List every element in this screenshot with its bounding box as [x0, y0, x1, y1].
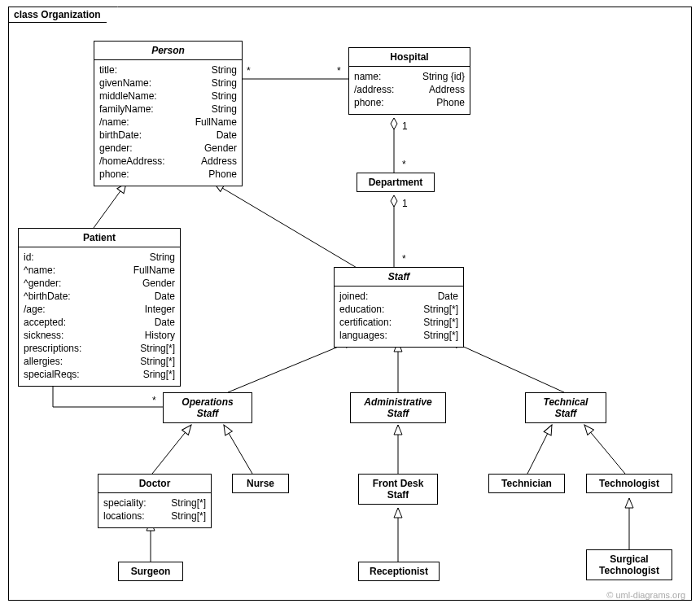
class-hospital-attrs: name:String {id}/address:Addressphone:Ph… — [349, 67, 470, 114]
attribute-row: /address:Address — [354, 83, 465, 96]
class-doctor: Doctor speciality:String[*]locations:Str… — [98, 474, 212, 528]
attribute-row: education:String[*] — [339, 303, 458, 316]
attribute-row: givenName:String — [99, 77, 237, 90]
class-surgtech-name1: Surgical — [587, 550, 672, 565]
attribute-row: certification:String[*] — [339, 316, 458, 329]
attribute-row: /age:Integer — [24, 303, 175, 316]
class-operations-staff: Operations Staff — [163, 392, 252, 423]
class-operations-staff-name2: Staff — [164, 408, 252, 422]
class-department-name: Department — [357, 173, 434, 191]
class-administrative-staff-name2: Staff — [351, 408, 445, 422]
mult-hospital-dept-star: * — [401, 159, 407, 170]
attribute-row: ^birthDate:Date — [24, 290, 175, 303]
attribute-row: speciality:String[*] — [103, 496, 206, 510]
mult-person-hospital: * — [246, 65, 252, 77]
class-surgical-technologist: Surgical Technologist — [586, 549, 672, 580]
class-patient-name: Patient — [19, 229, 180, 247]
attribute-row: /name:FullName — [99, 116, 237, 129]
mult-hospital-person: * — [336, 65, 342, 77]
attribute-row: familyName:String — [99, 103, 237, 116]
attribute-row: ^gender:Gender — [24, 277, 175, 290]
class-department: Department — [357, 173, 435, 192]
class-technician-name: Technician — [489, 475, 564, 492]
class-hospital-name: Hospital — [349, 48, 470, 67]
class-technician: Technician — [488, 474, 565, 493]
attribute-row: locations:String[*] — [103, 510, 206, 523]
watermark: © uml-diagrams.org — [606, 590, 685, 600]
class-technical-staff: Technical Staff — [525, 392, 606, 423]
class-technical-staff-name1: Technical — [526, 393, 606, 408]
class-front-desk-name2: Staff — [359, 489, 437, 504]
class-technologist: Technologist — [586, 474, 672, 493]
attribute-row: /homeAddress:Address — [99, 155, 237, 168]
class-doctor-attrs: speciality:String[*]locations:String[*] — [98, 493, 211, 527]
class-technical-staff-name2: Staff — [526, 408, 606, 422]
attribute-row: phone:Phone — [99, 168, 237, 181]
attribute-row: birthDate:Date — [99, 129, 237, 142]
class-administrative-staff: Administrative Staff — [350, 392, 446, 423]
mult-patient-ops-2: * — [151, 395, 157, 406]
attribute-row: accepted:Date — [24, 316, 175, 329]
attribute-row: phone:Phone — [354, 96, 465, 109]
class-staff-attrs: joined:Dateeducation:String[*]certificat… — [335, 287, 463, 347]
attribute-row: allergies:String[*] — [24, 355, 175, 368]
class-surgtech-name2: Technologist — [587, 565, 672, 580]
class-front-desk-name1: Front Desk — [359, 475, 437, 489]
class-nurse-name: Nurse — [233, 475, 288, 492]
class-person-name: Person — [94, 42, 242, 60]
class-doctor-name: Doctor — [98, 475, 211, 493]
attribute-row: id:String — [24, 251, 175, 264]
mult-hospital-dept-1: 1 — [401, 120, 409, 132]
class-person-attrs: title:StringgivenName:StringmiddleName:S… — [94, 60, 242, 186]
attribute-row: middleName:String — [99, 90, 237, 103]
mult-dept-staff-1: 1 — [401, 198, 409, 209]
class-receptionist-name: Receptionist — [359, 562, 439, 580]
package-label: class Organization — [8, 7, 118, 23]
class-technologist-name: Technologist — [587, 475, 672, 492]
attribute-row: name:String {id} — [354, 70, 465, 83]
class-patient: Patient id:String^name:FullName^gender:G… — [18, 228, 181, 387]
attribute-row: ^name:FullName — [24, 264, 175, 277]
class-person: Person title:StringgivenName:Stringmiddl… — [94, 41, 243, 186]
class-patient-attrs: id:String^name:FullName^gender:Gender^bi… — [19, 247, 180, 386]
class-staff-name: Staff — [335, 268, 463, 287]
diagram-frame: class Organization — [0, 0, 700, 608]
class-surgeon: Surgeon — [118, 562, 183, 581]
class-nurse: Nurse — [232, 474, 289, 493]
attribute-row: joined:Date — [339, 290, 458, 303]
attribute-row: sickness:History — [24, 329, 175, 342]
attribute-row: title:String — [99, 63, 237, 77]
class-administrative-staff-name1: Administrative — [351, 393, 445, 408]
attribute-row: prescriptions:String[*] — [24, 342, 175, 355]
class-front-desk-staff: Front Desk Staff — [358, 474, 438, 505]
attribute-row: specialReqs:Sring[*] — [24, 368, 175, 381]
class-surgeon-name: Surgeon — [119, 562, 182, 580]
attribute-row: languages:String[*] — [339, 329, 458, 342]
class-operations-staff-name1: Operations — [164, 393, 252, 408]
class-hospital: Hospital name:String {id}/address:Addres… — [348, 47, 470, 115]
attribute-row: gender:Gender — [99, 142, 237, 155]
class-staff: Staff joined:Dateeducation:String[*]cert… — [334, 267, 464, 348]
class-receptionist: Receptionist — [358, 562, 440, 581]
mult-dept-staff-star: * — [401, 253, 407, 265]
